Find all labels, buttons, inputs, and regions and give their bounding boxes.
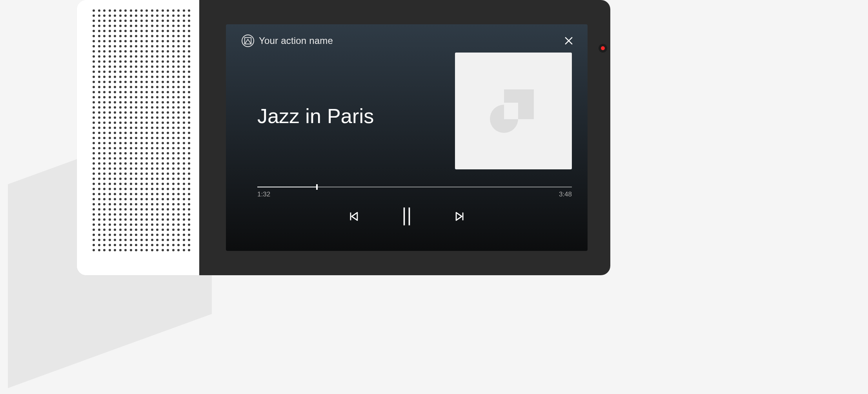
seek-bar[interactable] (257, 187, 572, 187)
media-player-card: Your action name Jazz in Paris (226, 24, 588, 251)
album-placeholder-icon (490, 87, 537, 134)
playback-controls (242, 207, 572, 226)
smart-display-device: Your action name Jazz in Paris (77, 0, 610, 275)
previous-button[interactable] (344, 207, 363, 226)
pause-icon (399, 206, 415, 227)
seek-bar-thumb[interactable] (316, 184, 318, 190)
close-icon (563, 35, 574, 46)
track-title: Jazz in Paris (257, 104, 374, 128)
skip-previous-icon (347, 210, 360, 223)
next-button[interactable] (451, 207, 469, 226)
action-name-label: Your action name (259, 35, 333, 46)
close-button[interactable] (563, 35, 574, 46)
skip-next-icon (453, 210, 467, 223)
duration-time: 3:48 (559, 191, 572, 198)
elapsed-time: 1:32 (257, 191, 270, 198)
card-header: Your action name (242, 34, 572, 47)
logo-geometric-icon (242, 34, 254, 47)
seek-bar-fill (257, 187, 317, 187)
album-art (455, 53, 572, 169)
play-pause-button[interactable] (397, 207, 416, 226)
recording-led-icon (601, 46, 605, 50)
device-screen: Your action name Jazz in Paris (199, 0, 610, 275)
speaker-grille (77, 0, 199, 275)
